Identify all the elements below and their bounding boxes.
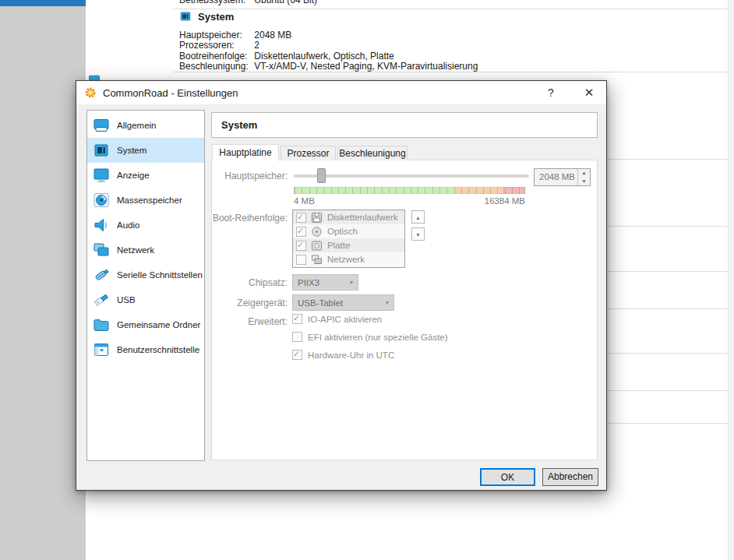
slider-track bbox=[294, 174, 529, 178]
hard-disk-icon bbox=[311, 240, 323, 252]
check-icon: ✓ bbox=[297, 212, 304, 222]
chevron-down-icon: ▼ bbox=[345, 280, 358, 285]
pointing-device-label: Zeigergerät: bbox=[212, 298, 288, 308]
sidebar-item-gemeinsame-ordner[interactable]: Gemeinsame Ordner bbox=[87, 312, 204, 337]
io-apic-option[interactable]: ✓ IO-APIC aktivieren bbox=[292, 314, 382, 324]
display-icon bbox=[93, 167, 110, 184]
audio-icon bbox=[93, 217, 110, 234]
memory-spinbox[interactable]: 2048 MB ▲ ▼ bbox=[534, 168, 591, 186]
checkbox[interactable]: ✓ bbox=[296, 241, 306, 251]
memory-max: 16384 MB bbox=[485, 196, 525, 206]
boot-order-label: Boot-Reihenfolge: bbox=[212, 213, 288, 224]
page-title-box: System bbox=[211, 112, 598, 138]
optical-disc-icon bbox=[311, 226, 323, 238]
section-divider bbox=[173, 72, 734, 72]
utc-clock-option[interactable]: ✓ Hardware-Uhr in UTC bbox=[292, 350, 394, 360]
checkbox[interactable]: ✓ bbox=[292, 332, 302, 342]
sidebar-item-massenspeicher[interactable]: Massenspeicher bbox=[87, 188, 204, 213]
boot-item-diskettenlaufwerk[interactable]: ✓ Diskettenlaufwerk bbox=[293, 210, 404, 224]
arrow-down-icon: ▼ bbox=[415, 232, 421, 238]
hauptplatine-panel: Hauptspeicher: 4 MB 16384 MB 2048 MB ▲ ▼… bbox=[211, 160, 598, 460]
extended-label: Erweitert: bbox=[212, 316, 288, 327]
sidebar-item-serielle-schnittstellen[interactable]: Serielle Schnittstellen bbox=[87, 262, 204, 287]
os-label: Betriebssystem: bbox=[179, 0, 252, 5]
detail-row: Bootreihenfolge: Diskettenlaufwerk, Opti… bbox=[179, 51, 394, 62]
shared-folders-icon bbox=[93, 316, 110, 333]
system-icon bbox=[93, 142, 110, 159]
settings-sidebar: Allgemein System Anzeige Massenspeiche bbox=[86, 110, 205, 461]
move-down-button[interactable]: ▼ bbox=[411, 227, 425, 241]
tab-beschleunigung[interactable]: Beschleunigung bbox=[337, 146, 408, 160]
memory-label: Hauptspeicher: bbox=[212, 171, 288, 181]
section-title: System bbox=[198, 11, 234, 23]
arrow-up-icon: ▲ bbox=[415, 215, 421, 220]
sidebar-item-usb[interactable]: USB bbox=[87, 287, 204, 312]
sidebar-item-netzwerk[interactable]: Netzwerk bbox=[87, 238, 204, 262]
efi-option[interactable]: ✓ EFI aktivieren (nur spezielle Gäste) bbox=[292, 332, 448, 342]
floppy-icon bbox=[311, 212, 323, 224]
detail-row: Prozessoren: 2 bbox=[179, 40, 259, 51]
chipset-value: PIIX3 bbox=[293, 278, 345, 287]
sidebar-item-anzeige[interactable]: Anzeige bbox=[87, 163, 204, 188]
settings-dialog: CommonRoad - Einstellungen ? ✕ Allgemein… bbox=[76, 80, 607, 491]
os-value: Ubuntu (64 Bit) bbox=[254, 0, 317, 5]
tab-hauptplatine[interactable]: Hauptplatine bbox=[212, 144, 279, 160]
sidebar-item-audio[interactable]: Audio bbox=[87, 213, 204, 238]
network-boot-icon bbox=[311, 254, 323, 266]
os-row: Betriebssystem: Ubuntu (64 Bit) bbox=[179, 0, 317, 5]
check-icon: ✓ bbox=[297, 226, 304, 236]
ok-button[interactable]: OK bbox=[480, 468, 535, 486]
sidebar-item-benutzerschnittstelle[interactable]: Benutzerschnittstelle bbox=[87, 337, 204, 362]
boot-item-optisch[interactable]: ✓ Optisch bbox=[293, 224, 404, 238]
dialog-title: CommonRoad - Einstellungen bbox=[103, 87, 238, 99]
detail-row: Hauptspeicher: 2048 MB bbox=[179, 30, 291, 41]
check-icon: ✓ bbox=[297, 240, 304, 250]
serial-port-icon bbox=[93, 266, 110, 284]
memory-slider[interactable] bbox=[294, 168, 529, 184]
boot-item-platte[interactable]: ✓ Platte bbox=[293, 238, 404, 252]
vm-list-selection-strip bbox=[0, 0, 86, 6]
sidebar-item-system[interactable]: System bbox=[87, 138, 204, 163]
checkbox[interactable]: ✓ bbox=[296, 213, 306, 223]
tab-prozessor[interactable]: Prozessor bbox=[281, 146, 336, 160]
check-icon: ✓ bbox=[293, 313, 300, 323]
boot-order-list: ✓ Diskettenlaufwerk ✓ Optisch ✓ bbox=[292, 210, 405, 268]
chipset-dropdown[interactable]: PIIX3 ▼ bbox=[292, 274, 358, 291]
network-icon bbox=[93, 241, 110, 259]
settings-gear-icon bbox=[84, 86, 97, 99]
section-divider bbox=[173, 9, 734, 9]
checkbox[interactable]: ✓ bbox=[292, 314, 302, 324]
slider-handle[interactable] bbox=[317, 168, 326, 183]
boot-item-netzwerk[interactable]: ✓ Netzwerk bbox=[293, 252, 404, 266]
cancel-button[interactable]: Abbrechen bbox=[542, 468, 598, 486]
spin-down-icon[interactable]: ▼ bbox=[578, 178, 590, 186]
pointing-device-dropdown[interactable]: USB-Tablet ▼ bbox=[292, 294, 394, 311]
help-button[interactable]: ? bbox=[536, 81, 566, 104]
close-icon[interactable]: ✕ bbox=[572, 81, 606, 104]
details-scrollbar[interactable] bbox=[728, 0, 734, 560]
move-up-button[interactable]: ▲ bbox=[411, 210, 425, 224]
chipset-label: Chipsatz: bbox=[212, 277, 288, 288]
pointing-device-value: USB-Tablet bbox=[293, 298, 381, 308]
memory-range-labels: 4 MB 16384 MB bbox=[294, 196, 525, 206]
system-section-icon bbox=[179, 10, 192, 23]
spin-up-icon[interactable]: ▲ bbox=[578, 169, 590, 178]
check-icon: ✓ bbox=[293, 349, 300, 359]
system-section-header: System bbox=[179, 10, 234, 23]
memory-scale bbox=[294, 187, 525, 194]
sidebar-item-allgemein[interactable]: Allgemein bbox=[87, 113, 204, 138]
storage-icon bbox=[93, 192, 110, 209]
memory-min: 4 MB bbox=[294, 196, 315, 206]
detail-row: Beschleunigung: VT-x/AMD-V, Nested Pagin… bbox=[179, 61, 478, 72]
memory-value: 2048 MB bbox=[535, 169, 577, 185]
user-interface-icon bbox=[93, 341, 110, 358]
chevron-down-icon: ▼ bbox=[381, 300, 393, 305]
checkbox[interactable]: ✓ bbox=[296, 255, 306, 265]
checkbox[interactable]: ✓ bbox=[292, 350, 302, 360]
dialog-titlebar[interactable]: CommonRoad - Einstellungen ? ✕ bbox=[76, 81, 606, 104]
vm-list-panel bbox=[0, 6, 86, 560]
checkbox[interactable]: ✓ bbox=[296, 227, 306, 237]
page-title: System bbox=[221, 119, 257, 131]
general-icon bbox=[93, 117, 110, 134]
usb-icon bbox=[93, 291, 110, 308]
